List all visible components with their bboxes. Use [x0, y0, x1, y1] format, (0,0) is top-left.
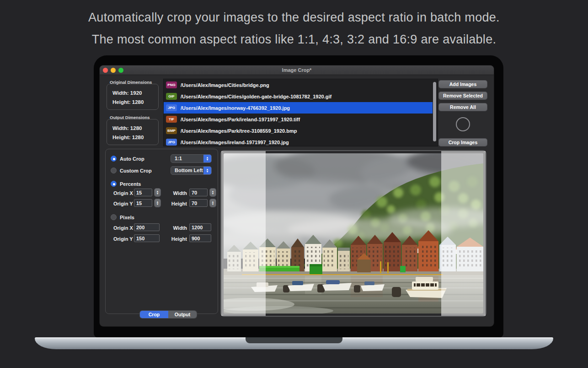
pixel-width-label: Width — [165, 225, 187, 231]
titlebar[interactable]: Image Crop* — [100, 65, 494, 75]
file-row[interactable]: TIF /Users/Alex/Images/Park/ireland-1971… — [164, 114, 433, 125]
format-badge: PNG — [166, 81, 177, 88]
aspect-ratio-select[interactable]: 1:1 ▲▼ — [171, 154, 212, 163]
format-badge: JPG — [166, 139, 177, 146]
percent-origin-y-input[interactable] — [134, 199, 152, 207]
auto-crop-label: Auto Crop — [120, 156, 144, 162]
crop-overlay-right — [441, 151, 486, 316]
percents-radio[interactable] — [111, 181, 117, 187]
original-width-value: Width: 1920 — [112, 88, 158, 97]
file-path: /Users/Alex/Images/Cities/golden-gate-br… — [181, 94, 331, 99]
add-images-button[interactable]: Add Images — [439, 81, 487, 88]
list-scrollbar[interactable] — [433, 82, 436, 141]
hero-text: Automatically crop your images to the de… — [0, 6, 588, 50]
crop-images-button[interactable]: Crop Images — [439, 139, 487, 146]
width-stepper[interactable]: ▲▼ — [210, 189, 216, 196]
file-row[interactable]: PNG /Users/Alex/Images/Cities/bridge.png — [164, 79, 433, 91]
percents-label: Percents — [120, 181, 141, 187]
percent-origin-y-label: Origin Y — [113, 201, 133, 206]
format-badge: TIF — [166, 116, 177, 123]
laptop-base-notch — [246, 337, 342, 343]
percent-width-input[interactable] — [189, 189, 208, 196]
file-row[interactable]: JPG /Users/Alex/Images/norway-4766392_19… — [164, 102, 433, 114]
tab-crop[interactable]: Crop — [140, 311, 168, 318]
pixels-label: Pixels — [120, 215, 134, 220]
percent-height-input[interactable] — [189, 199, 208, 207]
pixel-origin-y-label: Origin Y — [113, 236, 133, 242]
aspect-ratio-value: 1:1 — [175, 156, 182, 161]
file-path: /Users/Alex/Images/Park/tree-3108559_192… — [181, 128, 297, 134]
origin-y-stepper[interactable]: ▲▼ — [155, 199, 160, 207]
custom-crop-radio[interactable] — [111, 168, 117, 173]
file-path: /Users/Alex/Images/Cities/bridge.png — [181, 82, 269, 88]
file-row[interactable]: BMP /Users/Alex/Images/Park/tree-3108559… — [164, 125, 433, 136]
custom-crop-label: Custom Crop — [120, 168, 152, 173]
tab-output[interactable]: Output — [168, 311, 197, 318]
percent-origin-x-label: Origin X — [113, 190, 133, 196]
remove-all-button[interactable]: Remove All — [439, 103, 487, 111]
file-list[interactable]: PNG /Users/Alex/Images/Cities/bridge.png… — [163, 79, 438, 146]
pixels-radio[interactable] — [111, 214, 117, 220]
pixel-origin-x-label: Origin X — [113, 225, 133, 231]
height-stepper[interactable]: ▲▼ — [210, 199, 216, 207]
window-title: Image Crop* — [100, 65, 494, 75]
file-row[interactable]: GIF /Users/Alex/Images/Cities/golden-gat… — [164, 91, 433, 102]
pixel-height-input[interactable] — [189, 234, 211, 242]
hero-line-2: The most common aspect ratios like 1:1, … — [0, 28, 588, 50]
format-badge: JPG — [166, 104, 177, 111]
traffic-lights — [103, 68, 123, 73]
auto-crop-radio[interactable] — [111, 156, 117, 162]
pixel-origin-y-input[interactable] — [134, 234, 160, 242]
remove-selected-button[interactable]: Remove Selected — [439, 92, 487, 99]
select-chevrons-icon: ▲▼ — [203, 155, 211, 162]
close-button[interactable] — [103, 68, 108, 73]
file-row[interactable]: JPG /Users/Alex/Images/ireland-1971997_1… — [164, 136, 433, 146]
format-badge: BMP — [166, 127, 177, 134]
pixel-height-label: Height — [165, 236, 187, 242]
percent-height-label: Height — [165, 201, 187, 206]
file-path: /Users/Alex/Images/Park/ireland-1971997_… — [181, 117, 300, 122]
progress-indicator — [456, 117, 470, 131]
app-window: Image Crop* Original Dimensions Width: 1… — [100, 65, 494, 326]
output-height-value: Height: 1280 — [112, 133, 158, 142]
crop-controls-panel: Auto Crop 1:1 ▲▼ Custom Crop Bottom Left… — [105, 149, 218, 314]
original-height-value: Height: 1280 — [112, 97, 158, 107]
select-chevrons-icon: ▲▼ — [203, 167, 211, 174]
mode-tabs: Crop Output — [140, 311, 197, 318]
output-dimensions-box: Width: 1280 Height: 1280 — [107, 119, 159, 145]
anchor-select[interactable]: Bottom Left ▲▼ — [171, 166, 212, 175]
original-dimensions-box: Width: 1920 Height: 1280 — [107, 84, 159, 110]
crop-overlay-left — [221, 151, 266, 316]
laptop-base — [35, 337, 553, 349]
hero-line-1: Automatically crop your images to the de… — [0, 6, 588, 28]
format-badge: GIF — [166, 93, 177, 100]
preview-panel — [220, 150, 486, 317]
file-path: /Users/Alex/Images/ireland-1971997_1920.… — [181, 140, 289, 145]
percent-origin-x-input[interactable] — [134, 189, 152, 196]
minimize-button[interactable] — [111, 68, 116, 73]
file-path: /Users/Alex/Images/norway-4766392_1920.j… — [181, 105, 290, 111]
pixel-width-input[interactable] — [189, 223, 211, 231]
percent-width-label: Width — [165, 190, 187, 196]
origin-x-stepper[interactable]: ▲▼ — [155, 189, 160, 196]
pixel-origin-x-input[interactable] — [134, 223, 160, 231]
page: Automatically crop your images to the de… — [0, 0, 588, 368]
zoom-button[interactable] — [118, 68, 123, 73]
output-width-value: Width: 1280 — [112, 124, 158, 133]
anchor-value: Bottom Left — [175, 168, 203, 173]
